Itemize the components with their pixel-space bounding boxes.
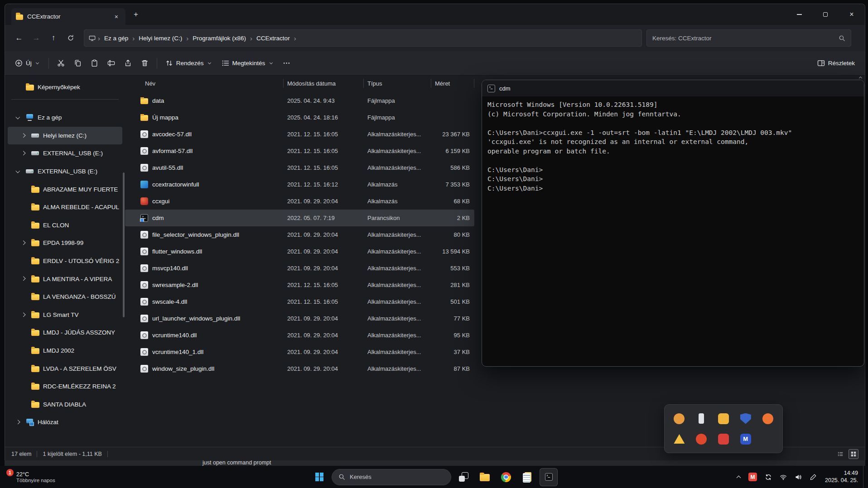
delete-button[interactable] [136,55,153,72]
expand-chevron-icon[interactable] [19,331,28,334]
breadcrumb-segment[interactable]: Ez a gép [101,33,132,43]
sidebar-item[interactable]: EXTERNAL_USB (E:) [8,163,122,181]
back-button[interactable]: ← [10,30,28,46]
sidebar-item[interactable]: Helyi lemez (C:) [8,127,122,145]
stack-icon[interactable] [718,434,729,445]
network-tray-button[interactable] [776,468,790,486]
pen-tray-button[interactable] [806,468,820,486]
file-row[interactable]: vcruntime140.dll 2021. 09. 29. 20:04 Alk… [125,327,474,344]
rename-button[interactable] [103,55,120,72]
ball-icon[interactable] [674,413,685,424]
task-view-button[interactable] [454,468,473,486]
tray-overflow-button[interactable] [733,468,744,486]
drive-icon[interactable] [674,434,685,445]
terminal-title-bar[interactable]: cdm [482,80,864,96]
phone-icon[interactable] [699,413,704,424]
thumbnail-view-toggle[interactable] [849,449,858,459]
file-row[interactable]: avcodec-57.dll 2021. 12. 15. 16:05 Alkal… [125,126,474,143]
sync-tray-button[interactable] [762,468,775,486]
expand-chevron-icon[interactable] [19,134,28,137]
expand-chevron-icon[interactable] [19,314,28,316]
paste-button[interactable] [86,55,103,72]
weather-widget[interactable]: 1 22°C Többnyire napos [2,466,61,488]
sidebar-item[interactable]: Hálózat [8,413,122,431]
expand-chevron-icon[interactable] [19,367,28,370]
breadcrumb-chevron-icon[interactable]: › [97,34,101,42]
forward-button[interactable]: → [28,30,45,46]
clock[interactable]: 14:49 2025. 04. 25. [821,470,862,484]
column-header-date[interactable]: Módosítás dátuma [284,79,364,88]
file-row[interactable]: Új mappa 2025. 04. 24. 18:16 Fájlmappa [125,109,474,126]
volume-tray-button[interactable] [791,468,805,486]
sidebar-item[interactable]: EL CLON [8,216,122,234]
sidebar-item[interactable]: EPDA 1998-99 [8,234,122,252]
breadcrumb-chevron-icon[interactable]: › [132,34,135,42]
puzzle-icon[interactable] [718,413,729,424]
more-options-button[interactable] [278,55,295,72]
terminal-window[interactable]: cdm Microsoft Windows [Version 10.0.2263… [482,80,864,367]
up-button[interactable]: ↑ [45,30,62,46]
expand-chevron-icon[interactable] [19,206,28,209]
sidebar-item[interactable]: LVDA - A SZERELEM ÖSV [8,359,122,378]
anydesk-icon[interactable] [762,413,773,424]
sidebar-item[interactable]: LA VENGANZA - BOSSZÚ [8,288,122,306]
flame-icon[interactable] [696,434,707,445]
mail-tray-button[interactable] [745,468,760,486]
sidebar-item[interactable]: ALMA REBELDE - ACAPUL [8,198,122,216]
breadcrumb-segment[interactable]: CCExtractor [253,33,294,43]
file-row[interactable]: ccxgui 2021. 09. 29. 20:04 Alkalmazás 68… [125,193,474,210]
file-row[interactable]: flutter_windows.dll 2021. 09. 29. 20:04 … [125,243,474,260]
sidebar-item[interactable]: ABRAZAME MUY FUERTE [8,180,122,198]
breadcrumb-chevron-icon[interactable]: › [250,34,253,42]
file-row[interactable]: window_size_plugin.dll 2021. 09. 29. 20:… [125,360,474,377]
expand-chevron-icon[interactable] [13,171,22,172]
explorer-tab[interactable]: CCExtractor × [11,8,125,25]
view-button[interactable]: Megtekintés [217,55,279,72]
list-view-toggle[interactable] [836,450,845,459]
sidebar-item[interactable]: LG Smart TV [8,306,122,324]
expand-chevron-icon[interactable] [13,117,22,119]
new-button[interactable]: Új [10,55,45,72]
sidebar-item[interactable]: Képernyőképek [8,78,122,96]
tab-close-icon[interactable]: × [112,13,121,21]
file-row[interactable]: file_selector_windows_plugin.dll 2021. 0… [125,226,474,243]
expand-chevron-icon[interactable] [19,296,28,298]
column-header-name[interactable]: Név [125,79,284,88]
breadcrumb-chevron-icon[interactable]: › [186,34,189,42]
share-button[interactable] [120,55,136,72]
expand-chevron-icon[interactable] [19,349,28,352]
details-pane-button[interactable]: Részletek [813,55,859,72]
breadcrumb-segment[interactable]: Programfájlok (x86) [189,33,250,43]
file-row[interactable]: url_launcher_windows_plugin.dll 2021. 09… [125,310,474,327]
expand-chevron-icon[interactable] [19,224,28,227]
taskbar-search-input[interactable]: Keresés [332,469,451,485]
file-row[interactable]: avutil-55.dll 2021. 12. 15. 16:05 Alkalm… [125,159,474,176]
sidebar-item[interactable]: ERDLV - UTOLSÓ VÉRIG 2 [8,252,122,270]
minimize-button[interactable] [786,4,812,25]
breadcrumb[interactable]: › Ez a gép › Helyi lemez (C:) › Programf… [84,29,642,47]
sidebar-item[interactable]: LMDJ 2002 [8,342,122,360]
file-row[interactable]: swscale-4.dll 2021. 12. 15. 16:05 Alkalm… [125,293,474,310]
expand-chevron-icon[interactable] [19,242,28,244]
sidebar-item[interactable]: Ez a gép [8,109,122,127]
expand-chevron-icon[interactable] [19,403,28,406]
file-row[interactable]: cdm 2022. 05. 07. 7:19 Parancsikon 2 KB [125,210,474,226]
expand-chevron-icon[interactable] [19,260,28,263]
background-window[interactable]: just open command prompt [5,460,865,466]
refresh-button[interactable] [62,30,79,46]
new-tab-button[interactable]: + [129,9,143,20]
close-button[interactable]: × [839,4,865,25]
cut-button[interactable] [53,55,69,72]
expand-chevron-icon[interactable] [13,421,22,424]
sort-button[interactable]: Rendezés [161,55,217,72]
chrome-taskbar-button[interactable] [497,468,515,486]
breadcrumb-chevron-icon[interactable]: › [294,34,297,42]
file-row[interactable]: vcruntime140_1.dll 2021. 09. 29. 20:04 A… [125,344,474,360]
sidebar-item[interactable]: LA MENTIRA - A VIPERA [8,270,122,288]
expand-chevron-icon[interactable] [19,152,28,155]
explorer-search-input[interactable]: Keresés: CCExtractor [646,29,851,47]
start-button[interactable] [310,468,328,486]
notepad-taskbar-button[interactable] [518,468,536,486]
expand-chevron-icon[interactable] [19,385,28,388]
breadcrumb-segment[interactable]: Helyi lemez (C:) [135,33,186,43]
